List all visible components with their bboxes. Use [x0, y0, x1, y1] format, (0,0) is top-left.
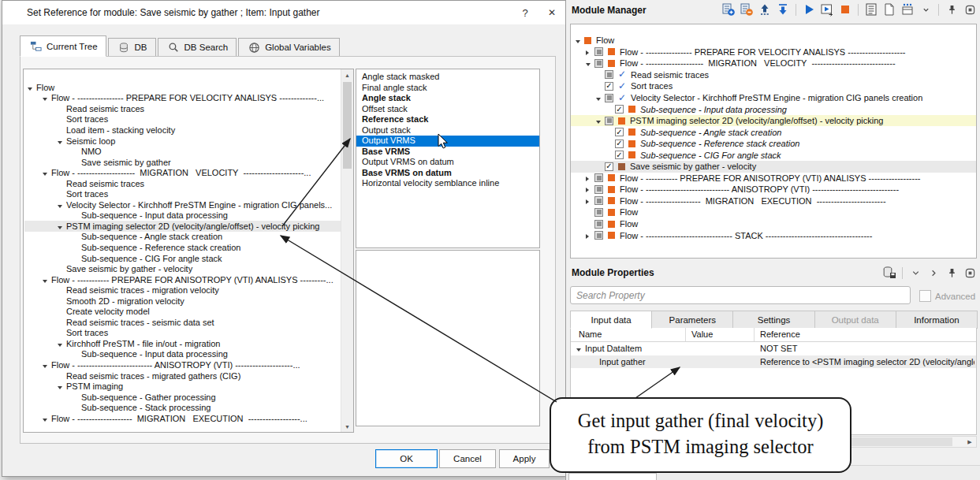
- module-tree-item[interactable]: Flow: [571, 35, 976, 47]
- stop-icon[interactable]: [838, 2, 852, 17]
- scrollbar-thumb[interactable]: [343, 82, 352, 169]
- expand-arrow-icon[interactable]: [585, 47, 594, 57]
- module-checkbox[interactable]: [594, 208, 603, 217]
- tree-item[interactable]: PSTM imaging: [24, 381, 341, 392]
- search-property-input[interactable]: [570, 286, 911, 304]
- column-name[interactable]: Name: [579, 329, 602, 339]
- collapse-arrow-icon[interactable]: [57, 136, 66, 146]
- module-checkbox[interactable]: [615, 105, 624, 113]
- expand-arrow-icon[interactable]: [585, 196, 594, 206]
- collapse-arrow-icon[interactable]: [27, 83, 36, 92]
- collapse-arrow-icon[interactable]: [42, 360, 51, 370]
- module-tree-item[interactable]: Flow - ------------------------------ ST…: [571, 229, 976, 241]
- tree-item[interactable]: Flow - ------------------- MIGRATION EXE…: [24, 413, 341, 424]
- module-checkbox[interactable]: [594, 220, 603, 229]
- list-item[interactable]: Horizontal velocity semblance inline: [356, 178, 539, 189]
- advanced-checkbox[interactable]: [919, 290, 931, 302]
- collapse-arrow-icon[interactable]: [42, 168, 51, 177]
- tree-item[interactable]: Sub-sequence - CIG For angle stack: [24, 253, 341, 264]
- module-tree-item[interactable]: ✓Read seismic traces: [571, 69, 976, 81]
- tree-item[interactable]: Read seismic traces: [24, 103, 341, 114]
- list-item[interactable]: Angle stack masked: [356, 72, 539, 83]
- properties-tab-input-data[interactable]: Input data: [570, 311, 652, 329]
- module-tree-item[interactable]: ✓Sort traces: [571, 80, 976, 92]
- tree-item[interactable]: Seismic loop: [24, 136, 341, 147]
- tree-item[interactable]: Flow: [24, 82, 341, 93]
- module-checkbox[interactable]: [594, 173, 603, 182]
- tree-item[interactable]: Read seismic traces: [24, 178, 341, 189]
- module-checkbox[interactable]: [605, 162, 613, 171]
- chevron-down-icon[interactable]: [908, 266, 922, 280]
- module-tree-item[interactable]: Flow - -------------------- MIGRATION VE…: [571, 58, 976, 69]
- list-item[interactable]: Final angle stack: [356, 83, 539, 94]
- tree-item[interactable]: Sort traces: [24, 328, 341, 339]
- tree-item[interactable]: Load item - stacking velocity: [24, 125, 341, 136]
- scroll-right-icon[interactable]: ▶: [964, 437, 975, 446]
- run-flow-icon[interactable]: [820, 2, 834, 17]
- list-item[interactable]: Base VRMS: [356, 147, 539, 158]
- tree-scrollbar[interactable]: ▲ ▼: [341, 69, 353, 432]
- module-tree-item[interactable]: Flow - ---------------- PREPARE FOR VELO…: [571, 47, 976, 58]
- tab-current-tree[interactable]: Current Tree: [20, 35, 106, 57]
- dialog-titlebar[interactable]: Set Reference for module: Save seismic b…: [2, 1, 565, 24]
- list-item[interactable]: Output VRMS: [356, 136, 539, 147]
- collapse-arrow-icon[interactable]: [595, 116, 605, 125]
- module-tree-item[interactable]: Save seismic by gather - velocity: [571, 161, 976, 173]
- tree-item[interactable]: Sub-sequence - Angle stack creation: [24, 232, 341, 243]
- ok-button[interactable]: OK: [375, 449, 438, 468]
- scroll-down-icon[interactable]: ▼: [341, 421, 353, 432]
- module-tree-item[interactable]: Flow - ----------- PREPARE FOR ANISOTROP…: [571, 173, 976, 184]
- collapse-arrow-icon[interactable]: [575, 35, 584, 45]
- tab-global-variables[interactable]: Global Variables: [238, 38, 340, 57]
- tree-item[interactable]: Sub-sequence - Reference stack creation: [24, 242, 341, 253]
- float-icon[interactable]: [963, 266, 977, 280]
- add-module-icon[interactable]: [721, 2, 736, 17]
- properties-tab-settings[interactable]: Settings: [732, 311, 814, 329]
- tree-item[interactable]: Flow - -------------------------- ANISOT…: [24, 359, 341, 370]
- tab-db[interactable]: DB: [108, 38, 156, 57]
- page-icon[interactable]: [882, 2, 896, 17]
- properties-tab-information[interactable]: Information: [896, 311, 978, 329]
- tree-item[interactable]: Sort traces: [24, 114, 341, 125]
- tree-item[interactable]: Flow - ----------- PREPARE FOR ANISOTROP…: [24, 274, 341, 285]
- tree-item[interactable]: Read seismic traces - migration velocity: [24, 285, 341, 296]
- module-tree-item[interactable]: PSTM imaging selector 2D (velocity/angle…: [571, 115, 976, 127]
- chevron-right-icon[interactable]: [926, 266, 941, 280]
- module-tree-item[interactable]: Flow - ----------------------------- ANI…: [571, 184, 976, 195]
- module-checkbox[interactable]: [615, 128, 624, 136]
- list-item[interactable]: Output VRMS on datum: [356, 157, 539, 168]
- apply-button[interactable]: Apply: [499, 449, 550, 468]
- list-item[interactable]: Output stack: [356, 125, 539, 136]
- properties-tab-parameters[interactable]: Parameters: [651, 311, 733, 329]
- property-row[interactable]: Input gatherReference to <PSTM imaging s…: [571, 355, 976, 369]
- tree-item[interactable]: Create velocity model: [24, 306, 341, 317]
- tree-item[interactable]: Flow - -------------------- MIGRATION VE…: [24, 167, 341, 178]
- collapse-arrow-icon[interactable]: [42, 275, 51, 285]
- collapse-arrow-icon[interactable]: [57, 200, 66, 210]
- db-save-icon[interactable]: [882, 266, 896, 280]
- list-item[interactable]: Offset stack: [356, 104, 539, 115]
- module-checkbox[interactable]: [605, 70, 613, 79]
- remove-module-icon[interactable]: [740, 2, 754, 17]
- tree-item[interactable]: Kirchhoff PreSTM - file in/out - migrati…: [24, 338, 341, 349]
- tree-item[interactable]: Smooth 2D - migration velocity: [24, 296, 341, 307]
- tree-item[interactable]: Save seismic by gather - velocity: [24, 263, 341, 274]
- tree-item[interactable]: Read seismic traces - migrated gathers (…: [24, 370, 341, 381]
- tree-item[interactable]: Save seismic by gather: [24, 157, 341, 168]
- close-button[interactable]: ✕: [538, 1, 565, 24]
- list-item[interactable]: Base VRMS on datum: [356, 168, 539, 179]
- module-checkbox[interactable]: [605, 117, 613, 125]
- module-checkbox[interactable]: [594, 47, 603, 56]
- module-tree-item[interactable]: Flow - ------------------- MIGRATION EXE…: [571, 195, 976, 207]
- tree-item[interactable]: PSTM imaging selector 2D (velocity/angle…: [24, 221, 341, 232]
- move-down-icon[interactable]: [776, 2, 790, 17]
- module-tree-item[interactable]: Sub-sequence - Input data processing: [571, 103, 976, 115]
- module-tree-item[interactable]: ✓Velocity Selector - Kirchhoff PreSTM En…: [571, 92, 976, 104]
- collapse-arrow-icon[interactable]: [57, 339, 66, 348]
- property-row[interactable]: Input DataItemNOT SET: [571, 342, 976, 355]
- list-item[interactable]: Angle stack: [356, 93, 539, 104]
- caret-down-icon[interactable]: [919, 2, 933, 17]
- collapse-arrow-icon[interactable]: [595, 93, 605, 102]
- tab-db-search[interactable]: DB Search: [158, 38, 237, 57]
- module-checkbox[interactable]: [615, 140, 624, 148]
